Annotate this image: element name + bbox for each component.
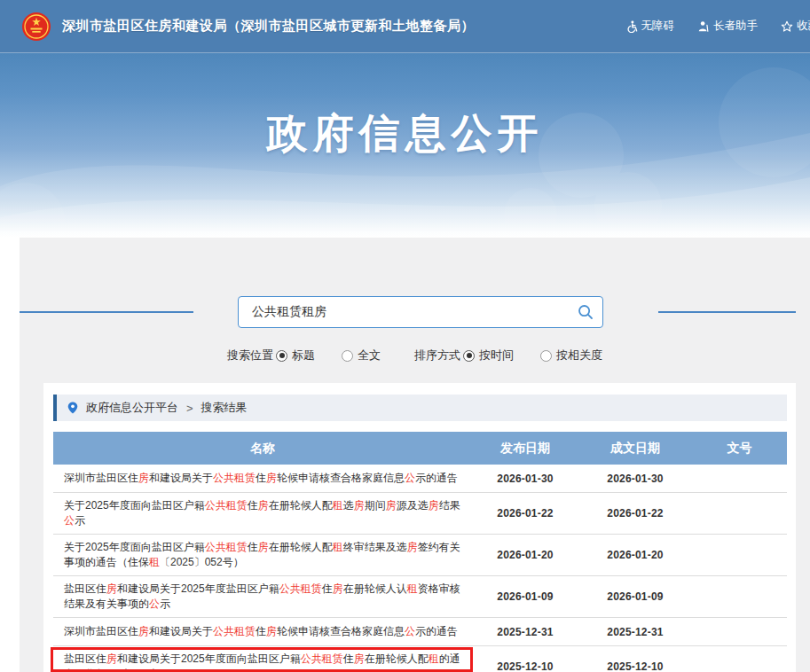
radio-fulltext[interactable] [342,350,353,362]
title-text: 盐田区住 [64,582,106,595]
highlighted-keyword: 公共租赁 [213,472,256,484]
title-text: 结果 [439,499,460,512]
highlighted-keyword: 公共租赁 [205,499,248,512]
highlighted-keyword: 房 [258,499,269,512]
publish-date-cell: 2026-01-09 [472,590,578,603]
decorative-line-right [658,311,796,313]
search-icon [577,303,594,321]
sort-mode-label: 排序方式 [414,348,460,363]
publish-date-cell: 2026-01-30 [472,473,578,485]
site-brand[interactable]: 深圳市盐田区住房和建设局（深圳市盐田区城市更新和土地整备局） [21,12,475,42]
highlighted-keyword: 公 [405,625,415,637]
highlighted-keyword: 租 [333,499,343,512]
search-button[interactable] [569,297,602,327]
page-banner: 政府信息公开 [0,53,810,238]
result-title-link[interactable]: 关于2025年度面向盐田区户籍公共租赁住房在册轮候人配租终审结果及选房签约有关事… [53,535,472,575]
breadcrumb: 政府信息公开平台 > 搜索结果 [53,395,787,421]
accessibility-link[interactable]: 无障碍 [625,19,675,34]
title-text: 示的通告 [415,625,458,637]
breadcrumb-current: 搜索结果 [201,400,248,416]
doc-date-cell: 2025-12-10 [578,660,692,672]
elder-assistant-label: 长者助手 [713,19,758,34]
search-filters: 搜索位置 标题 全文 排序方式 按时间 按相关度 [20,348,810,363]
highlighted-keyword: 房 [386,499,397,512]
radio-by-time-label: 按时间 [479,348,514,363]
decorative-line-left [20,311,193,313]
table-row: 关于2025年度面向盐田区户籍公共租赁住房在册轮候人配租选房期间房源及选房结果公… [53,493,787,535]
title-text: 住 [248,541,258,553]
highlighted-keyword: 房 [354,499,365,512]
search-box [238,296,603,328]
title-text: 和建设局关于2025年度面向盐田区户籍 [117,652,301,665]
top-header-bar: 深圳市盐田区住房和建设局（深圳市盐田区城市更新和土地整备局） 无障碍 长者助手 [0,0,810,53]
highlighted-keyword: 公共租赁 [301,652,343,665]
favorite-link[interactable]: 收藏 [781,19,810,34]
search-input[interactable] [239,305,569,319]
radio-option-by-time[interactable]: 按时间 [463,348,514,363]
title-text: 关于2025年度面向盐田区户籍 [64,499,205,512]
title-text: 示 [160,598,170,610]
highlighted-keyword: 公 [149,598,160,610]
title-text: 在册轮候人配 [365,652,429,665]
highlighted-keyword: 房 [266,472,277,484]
result-title-link[interactable]: 盐田区住房和建设局关于2025年度盐田区户籍公共租赁住房在册轮候人认租资格审核结… [53,576,472,617]
title-text: 期间 [365,499,386,512]
doc-date-cell: 2026-01-22 [578,507,692,520]
title-text: 盐田区住 [64,652,106,665]
title-text: 在册轮候人认 [343,582,407,595]
title-text: 和建设局关于 [149,625,213,637]
column-header-doc-no: 文号 [692,441,787,457]
accessibility-icon [625,20,638,33]
table-row: 盐田区住房和建设局关于2025年度盐田区户籍公共租赁住房在册轮候人认租资格审核结… [53,576,787,618]
doc-date-cell: 2026-01-30 [578,473,692,485]
title-text: 和建设局关于2025年度盐田区户籍 [117,582,279,595]
elder-assistant-link[interactable]: 长者助手 [697,19,758,34]
title-text: 选 [343,499,354,512]
main-content-area: 搜索位置 标题 全文 排序方式 按时间 按相关度 政府信息公开平台 > 搜索 [20,238,810,672]
highlighted-keyword: 房 [138,625,149,637]
highlighted-keyword: 租 [106,668,117,672]
result-title-link[interactable]: 盐田区住房和建设局关于2025年度面向盐田区户籍公共租赁住房在册轮候人配租的通告… [53,646,472,672]
publish-date-cell: 2026-01-20 [472,549,578,561]
title-text: 住 [248,499,258,512]
title-text: 在册轮候人配 [269,541,333,553]
highlighted-keyword: 公共租赁 [205,541,248,553]
radio-by-time-selected[interactable] [463,350,475,362]
results-table-body: 深圳市盐田区住房和建设局关于公共租赁住房轮候申请核查合格家庭信息公示的通告202… [53,465,787,672]
table-row: 深圳市盐田区住房和建设局关于公共租赁住房轮候申请核查合格家庭信息公示的通告202… [53,618,787,646]
title-text: 示的通告 [415,472,458,484]
national-emblem-logo [21,12,51,42]
radio-option-title[interactable]: 标题 [276,348,315,363]
title-text: 住 [343,652,354,665]
radio-by-relevance[interactable] [540,350,552,362]
title-text: 关于2025年度面向盐田区户籍 [64,541,205,553]
table-header-row: 名称 发布日期 成文日期 文号 [53,432,787,465]
elder-assistant-icon [697,20,710,33]
result-title-link[interactable]: 深圳市盐田区住房和建设局关于公共租赁住房轮候申请核查合格家庭信息公示的通告 [53,465,472,491]
breadcrumb-root-link[interactable]: 政府信息公开平台 [86,400,178,416]
highlighted-keyword: 房 [258,541,269,553]
radio-title-selected[interactable] [276,350,287,362]
accessibility-label: 无障碍 [641,19,675,34]
result-title-link[interactable]: 深圳市盐田区住房和建设局关于公共租赁住房轮候申请核查合格家庭信息公示的通告 [53,619,472,645]
highlighted-keyword: 租 [333,541,343,553]
favorite-label: 收藏 [797,19,810,34]
top-utility-links: 无障碍 长者助手 收藏 [602,0,810,52]
column-header-publish-date: 发布日期 [472,441,578,457]
results-card: 政府信息公开平台 > 搜索结果 名称 发布日期 成文日期 文号 深圳市盐田区住房… [43,383,796,672]
favorite-star-icon [781,20,793,33]
result-title-link[interactable]: 关于2025年度面向盐田区户籍公共租赁住房在册轮候人配租选房期间房源及选房结果公… [53,493,472,534]
publish-date-cell: 2026-01-22 [472,507,578,520]
radio-option-by-relevance[interactable]: 按相关度 [540,348,602,363]
highlighted-keyword: 公 [64,514,75,527]
title-text: 深圳市盐田区住 [64,625,138,637]
breadcrumb-separator: > [186,402,193,415]
title-text: 〔2025〕052号） [160,556,244,568]
radio-option-fulltext[interactable]: 全文 [342,348,381,363]
title-text: 〔2025〕053号） [117,668,201,672]
column-header-doc-date: 成文日期 [578,441,692,457]
location-pin-icon [67,401,79,415]
highlighted-keyword: 公共租赁 [279,582,322,595]
highlighted-keyword: 房 [138,472,149,484]
highlighted-keyword: 房 [333,582,343,595]
